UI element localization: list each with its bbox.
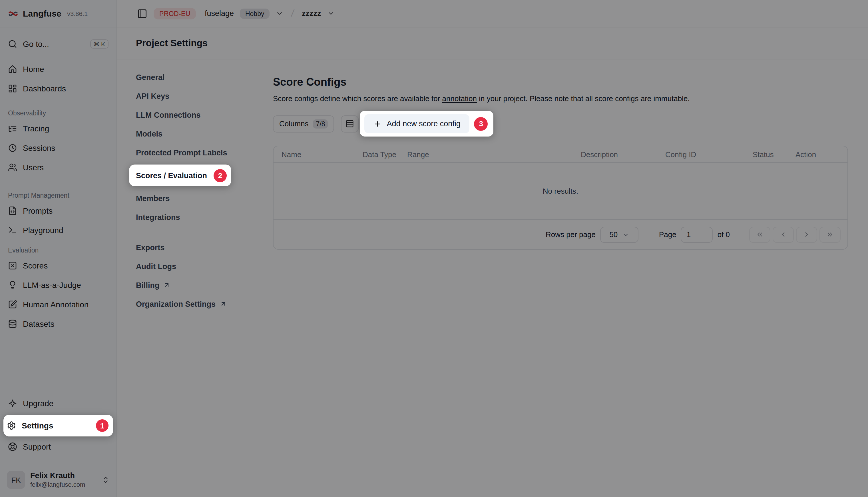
gear-icon	[7, 421, 16, 430]
plus-icon	[374, 120, 382, 128]
add-score-config-button[interactable]: Add new score config	[365, 114, 470, 133]
tour-step-badge-2: 2	[214, 169, 227, 182]
tour-step-badge-1: 1	[96, 419, 108, 432]
add-score-config-spotlight: Add new score config 3	[360, 111, 494, 137]
sidebar-item-settings-highlighted[interactable]: Settings1	[3, 415, 113, 437]
tour-step-badge-3: 3	[474, 117, 488, 130]
settings-nav-scores-evaluation-selected[interactable]: Scores / Evaluation2	[129, 165, 231, 186]
tutorial-dim-overlay	[0, 0, 868, 497]
langfuse-app: Langfuse v3.86.1 Go to... ⌘ K HomeDashbo…	[0, 0, 868, 497]
